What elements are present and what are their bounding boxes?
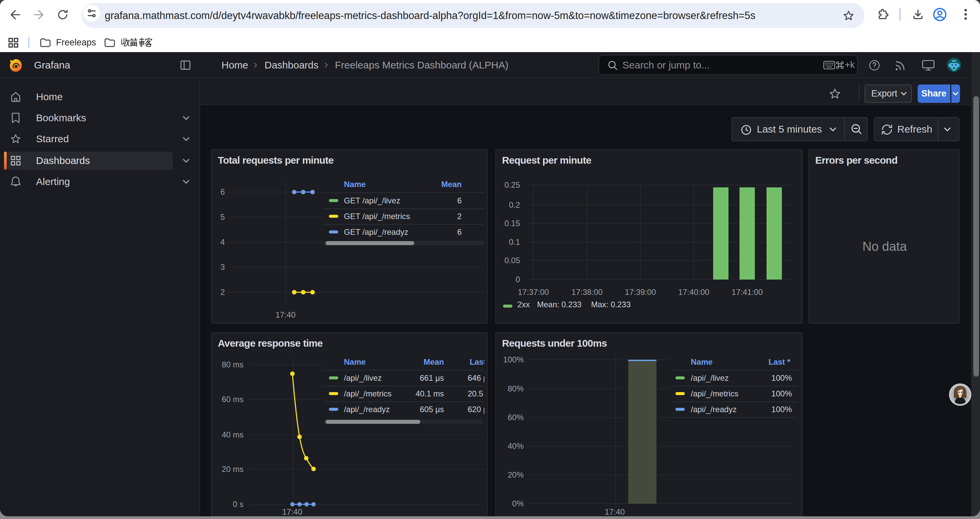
svg-text:60 ms: 60 ms xyxy=(222,395,243,404)
svg-text:17:37:00: 17:37:00 xyxy=(518,287,549,297)
svg-text:80%: 80% xyxy=(508,384,524,393)
svg-text:100%: 100% xyxy=(503,355,524,364)
svg-text:17:40: 17:40 xyxy=(275,310,296,319)
svg-text:6: 6 xyxy=(221,187,225,196)
svg-text:2: 2 xyxy=(221,287,225,297)
svg-text:0.1: 0.1 xyxy=(509,238,520,246)
svg-text:17:40:00: 17:40:00 xyxy=(678,287,709,297)
svg-text:0: 0 xyxy=(516,275,520,284)
svg-text:17:40: 17:40 xyxy=(282,507,302,516)
svg-text:0%: 0% xyxy=(512,499,524,508)
svg-text:17:41:00: 17:41:00 xyxy=(732,287,762,297)
svg-text:17:40: 17:40 xyxy=(605,507,625,516)
svg-text:20 ms: 20 ms xyxy=(222,465,243,474)
svg-text:80 ms: 80 ms xyxy=(222,360,243,369)
svg-text:17:39:00: 17:39:00 xyxy=(625,287,656,297)
svg-text:4: 4 xyxy=(221,238,225,246)
svg-text:17:38:00: 17:38:00 xyxy=(571,287,602,297)
svg-text:0.25: 0.25 xyxy=(504,180,520,189)
svg-text:40%: 40% xyxy=(508,442,524,450)
svg-text:0.05: 0.05 xyxy=(504,256,520,265)
svg-text:3: 3 xyxy=(221,262,225,271)
svg-text:0.2: 0.2 xyxy=(509,200,520,209)
svg-text:40 ms: 40 ms xyxy=(222,430,243,439)
svg-text:60%: 60% xyxy=(508,413,524,422)
svg-text:0.15: 0.15 xyxy=(504,219,520,228)
svg-text:5: 5 xyxy=(221,212,225,222)
svg-text:0 s: 0 s xyxy=(233,500,243,509)
svg-text:20%: 20% xyxy=(508,470,524,479)
